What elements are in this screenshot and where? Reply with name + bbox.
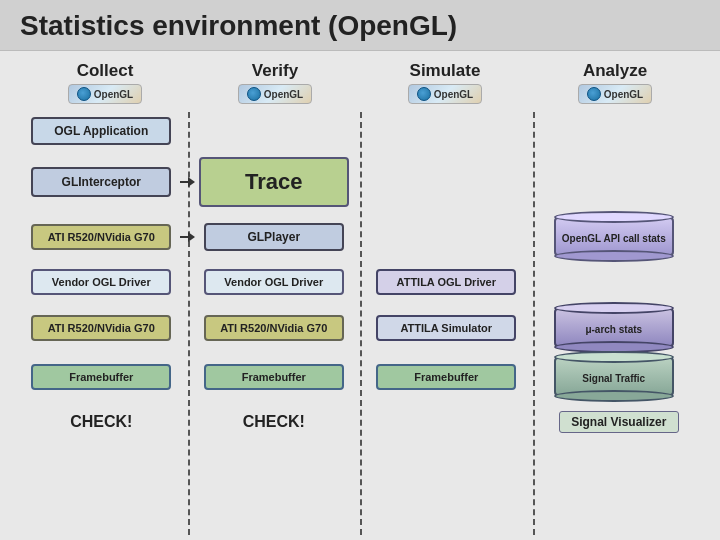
cell-fb-1: Framebuffer xyxy=(15,358,188,396)
logo-swirl-3 xyxy=(417,87,431,101)
cell-glplayer: GLPlayer xyxy=(188,218,361,256)
cell-ati-2: ATI R520/NVidia G70 xyxy=(15,309,188,347)
cell-vendor-1: Vendor OGL Driver xyxy=(15,263,188,301)
label-check-2: CHECK! xyxy=(243,413,305,431)
box-glplayer: GLPlayer xyxy=(204,223,344,251)
arrow-head-trace xyxy=(188,177,195,187)
arrow-head-glplayer xyxy=(188,232,195,242)
cylinder-mu-body: μ-arch stats xyxy=(554,308,674,347)
arrow-to-glplayer xyxy=(180,232,195,242)
cylinder-signal-bottom xyxy=(554,390,674,402)
box-attila-ogl: ATTILA OGL Driver xyxy=(376,269,516,295)
row-vendor-drivers: Vendor OGL Driver Vendor OGL Driver ATTI… xyxy=(15,263,705,301)
opengl-logo-3: OpenGL xyxy=(408,84,482,104)
box-vendor-ogl-1: Vendor OGL Driver xyxy=(31,269,171,295)
cylinder-opengl: OpenGL API call stats xyxy=(554,217,684,256)
col-header-verify: Verify OpenGL xyxy=(190,61,360,104)
cell-empty-7-3 xyxy=(360,403,533,441)
box-ati-r520-1: ATI R520/NVidia G70 xyxy=(31,224,171,250)
label-signal-visualizer: Signal Visualizer xyxy=(559,411,679,433)
main-content: Collect OpenGL Verify OpenGL Simulate Op… xyxy=(0,51,720,540)
cell-check-2: CHECK! xyxy=(188,403,361,441)
col-label-analyze: Analyze xyxy=(583,61,647,81)
cell-ogl-app: OGL Application xyxy=(15,112,188,150)
col-label-simulate: Simulate xyxy=(410,61,481,81)
cell-empty-2-4 xyxy=(533,163,706,201)
col-label-collect: Collect xyxy=(77,61,134,81)
cylinder-signal-top xyxy=(554,351,674,363)
label-check-1: CHECK! xyxy=(70,413,132,431)
arrow-line-glplayer xyxy=(180,236,188,238)
arrow-to-trace xyxy=(180,177,195,187)
cell-empty-2-3 xyxy=(360,163,533,201)
opengl-logo-1: OpenGL xyxy=(68,84,142,104)
box-ati-r520-2: ATI R520/NVidia G70 xyxy=(31,315,171,341)
row-framebuffer: Framebuffer Framebuffer Framebuffer xyxy=(15,354,705,399)
box-attila-simulator: ATTILA Simulator xyxy=(376,315,516,341)
opengl-logo-2: OpenGL xyxy=(238,84,312,104)
box-framebuffer-3: Framebuffer xyxy=(376,364,516,390)
cell-fb-3: Framebuffer xyxy=(360,358,533,396)
row-interceptor: GLInterceptor Trace xyxy=(15,154,705,210)
cell-check-1: CHECK! xyxy=(15,403,188,441)
row-check: CHECK! CHECK! Signal Visualizer xyxy=(15,403,705,441)
cylinder-signal-body: Signal Traffic xyxy=(554,357,674,396)
cylinder-signal: Signal Traffic xyxy=(554,357,684,396)
cell-fb-2: Framebuffer xyxy=(188,358,361,396)
cell-empty-1-3 xyxy=(360,112,533,150)
col-header-simulate: Simulate OpenGL xyxy=(360,61,530,104)
cylinder-top xyxy=(554,211,674,223)
arrow-line-trace xyxy=(180,181,188,183)
page-title: Statistics environment (OpenGL) xyxy=(20,10,700,42)
cell-empty-3-3 xyxy=(360,218,533,256)
cylinder-mu-top xyxy=(554,302,674,314)
cell-empty-1-4 xyxy=(533,112,706,150)
cylinder-bottom xyxy=(554,250,674,262)
box-trace: Trace xyxy=(199,157,349,207)
box-framebuffer-1: Framebuffer xyxy=(31,364,171,390)
cylinder-mu: μ-arch stats xyxy=(554,308,684,347)
box-ogl-application: OGL Application xyxy=(31,117,171,145)
col-header-collect: Collect OpenGL xyxy=(20,61,190,104)
cell-empty-1-2 xyxy=(188,112,361,150)
cell-ati-1: ATI R520/NVidia G70 xyxy=(15,218,188,256)
logo-swirl-2 xyxy=(247,87,261,101)
page: Statistics environment (OpenGL) Collect … xyxy=(0,0,720,540)
cell-mu-arch: μ-arch stats xyxy=(533,305,706,350)
cell-ati-3: ATI R520/NVidia G70 xyxy=(188,309,361,347)
cell-attila-driver: ATTILA OGL Driver xyxy=(360,263,533,301)
logo-swirl-1 xyxy=(77,87,91,101)
diagram-wrapper: OGL Application GLInterceptor xyxy=(15,112,705,535)
title-bar: Statistics environment (OpenGL) xyxy=(0,0,720,51)
row-ati-sim: ATI R520/NVidia G70 ATI R520/NVidia G70 … xyxy=(15,305,705,350)
cylinder-opengl-body: OpenGL API call stats xyxy=(554,217,674,256)
cell-empty-4-4 xyxy=(533,263,706,301)
logo-swirl-4 xyxy=(587,87,601,101)
cell-opengl-stats: OpenGL API call stats xyxy=(533,214,706,259)
box-ati-r520-3: ATI R520/NVidia G70 xyxy=(204,315,344,341)
cell-glinterceptor: GLInterceptor xyxy=(15,163,188,201)
cell-trace: Trace xyxy=(188,154,361,210)
box-vendor-ogl-2: Vendor OGL Driver xyxy=(204,269,344,295)
opengl-logo-4: OpenGL xyxy=(578,84,652,104)
row-ogl-app: OGL Application xyxy=(15,112,705,150)
cell-attila-sim: ATTILA Simulator xyxy=(360,309,533,347)
cell-signal-traffic: Signal Traffic xyxy=(533,354,706,399)
box-glinterceptor: GLInterceptor xyxy=(31,167,171,197)
cell-vendor-2: Vendor OGL Driver xyxy=(188,263,361,301)
row-ati-glplayer: ATI R520/NVidia G70 GLPlayer xyxy=(15,214,705,259)
col-label-verify: Verify xyxy=(252,61,298,81)
cell-signal-visualizer: Signal Visualizer xyxy=(533,403,706,441)
col-header-analyze: Analyze OpenGL xyxy=(530,61,700,104)
box-framebuffer-2: Framebuffer xyxy=(204,364,344,390)
